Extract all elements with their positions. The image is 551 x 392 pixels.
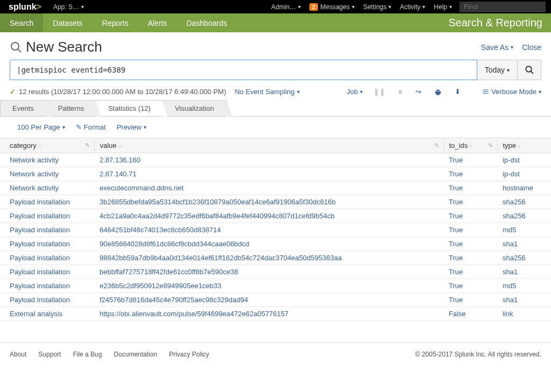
pencil-icon[interactable]: ✎: [488, 142, 493, 149]
cell-value[interactable]: 6464251bf46c74013ec8cb650d838714: [94, 223, 443, 237]
print-icon[interactable]: [432, 88, 444, 96]
search-button[interactable]: [518, 60, 541, 80]
cell-to_ids[interactable]: True: [443, 279, 497, 293]
cell-type[interactable]: ip-dst: [497, 167, 551, 181]
per-page-menu[interactable]: 100 Per Page▾: [17, 123, 65, 131]
close-button[interactable]: Close: [522, 43, 541, 52]
activity-menu[interactable]: Activity▾: [395, 3, 429, 11]
cell-type[interactable]: md5: [497, 223, 551, 237]
preview-menu[interactable]: Preview▾: [117, 123, 146, 131]
chevron-down-icon: ▾: [388, 4, 391, 10]
admin-menu[interactable]: Admin…▾: [267, 3, 305, 11]
cell-category[interactable]: Payload installation: [0, 209, 94, 223]
tab-visualization[interactable]: Visualization: [163, 100, 227, 116]
save-as-button[interactable]: Save As▾: [481, 43, 513, 52]
format-menu[interactable]: ✎Format: [76, 123, 106, 131]
footer-file-a-bug[interactable]: File a Bug: [73, 351, 102, 358]
cell-type[interactable]: sha1: [497, 293, 551, 307]
sort-icon: ◇: [118, 144, 122, 149]
pencil-icon[interactable]: ✎: [85, 142, 90, 149]
footer-documentation[interactable]: Documentation: [114, 351, 157, 358]
col-category[interactable]: category◇✎: [0, 138, 94, 153]
cell-type[interactable]: ip-dst: [497, 153, 551, 167]
sampling-label: No Event Sampling: [235, 88, 294, 96]
col-type[interactable]: type◇: [497, 138, 551, 153]
splunk-logo[interactable]: splunk>: [0, 2, 47, 12]
cell-type[interactable]: sha1: [497, 265, 551, 279]
messages-menu[interactable]: 2Messages▾: [305, 3, 359, 11]
cell-to_ids[interactable]: True: [443, 167, 497, 181]
cell-type[interactable]: sha256: [497, 209, 551, 223]
cell-value[interactable]: https://otx.alienvault.com/pulse/59f4699…: [94, 307, 443, 320]
footer-support[interactable]: Support: [38, 351, 61, 358]
col-to-ids[interactable]: to_ids◇✎: [443, 138, 497, 153]
share-icon[interactable]: ↪: [413, 88, 423, 96]
search-mode-menu[interactable]: Verbose Mode▾: [482, 88, 541, 96]
download-icon[interactable]: ⬇: [453, 88, 463, 96]
cell-category[interactable]: Network activity: [0, 181, 94, 195]
pencil-icon[interactable]: ✎: [434, 142, 439, 149]
cell-type[interactable]: link: [497, 307, 551, 320]
cell-value[interactable]: f24576b7d816da45c4e790ff25aec98c329dad94: [94, 293, 443, 307]
list-icon: [482, 88, 489, 95]
cell-category[interactable]: Network activity: [0, 153, 94, 167]
cell-value[interactable]: executecommand.ddns.net: [94, 181, 443, 195]
cell-category[interactable]: External analysis: [0, 307, 94, 320]
nav-search[interactable]: Search: [0, 13, 43, 32]
find-input[interactable]: [460, 2, 546, 12]
job-menu[interactable]: Job▾: [347, 88, 363, 96]
cell-category[interactable]: Payload installation: [0, 293, 94, 307]
cell-to_ids[interactable]: True: [443, 293, 497, 307]
cell-to_ids[interactable]: True: [443, 209, 497, 223]
col-value[interactable]: value◇✎: [94, 138, 443, 153]
cell-type[interactable]: md5: [497, 279, 551, 293]
cell-to_ids[interactable]: True: [443, 195, 497, 209]
cell-value[interactable]: e236b5c2df950912e8949905ee1ceb33: [94, 279, 443, 293]
cell-value[interactable]: 2.87.136.160: [94, 153, 443, 167]
cell-value[interactable]: 3b26855dbefda95a5314bcf1b236f10879a050ea…: [94, 195, 443, 209]
col-label: type: [503, 141, 517, 149]
cell-category[interactable]: Network activity: [0, 167, 94, 181]
cell-value[interactable]: 98842bb59a7db9b4aa0d134e014ef61ff162db54…: [94, 251, 443, 265]
chevron-down-icon: ▾: [360, 89, 363, 95]
nav-dashboards[interactable]: Dashboards: [176, 13, 237, 32]
cell-value[interactable]: 4cb21a9a0c4aa2d4d9772c35edf6baf84afb9e4f…: [94, 209, 443, 223]
cell-category[interactable]: Payload installation: [0, 237, 94, 251]
cell-category[interactable]: Payload installation: [0, 195, 94, 209]
footer-about[interactable]: About: [10, 351, 26, 358]
cell-to_ids[interactable]: True: [443, 265, 497, 279]
nav-alerts[interactable]: Alerts: [138, 13, 177, 32]
tab-patterns[interactable]: Patterns: [46, 100, 96, 116]
cell-to_ids[interactable]: True: [443, 237, 497, 251]
cell-to_ids[interactable]: True: [443, 153, 497, 167]
cell-to_ids[interactable]: True: [443, 251, 497, 265]
nav-reports[interactable]: Reports: [93, 13, 138, 32]
nav-datasets[interactable]: Datasets: [43, 13, 92, 32]
tab-events[interactable]: Events: [0, 100, 46, 116]
cell-to_ids[interactable]: True: [443, 223, 497, 237]
cell-type[interactable]: hostname: [497, 181, 551, 195]
settings-menu[interactable]: Settings▾: [359, 3, 395, 11]
cell-type[interactable]: sha1: [497, 237, 551, 251]
cell-value[interactable]: 90e85664028d8f61dc86cf8cbdd344caae06bdcd: [94, 237, 443, 251]
chevron-down-icon: ▾: [507, 67, 510, 73]
table-row: External analysishttps://otx.alienvault.…: [0, 307, 551, 320]
tab-statistics[interactable]: Statistics (12): [96, 100, 163, 116]
app-menu[interactable]: App: S…▾: [47, 3, 90, 11]
cell-value[interactable]: bebbffaf7275718ff42fde61cc0ff8b7e590ce38: [94, 265, 443, 279]
cell-category[interactable]: Payload installation: [0, 251, 94, 265]
search-input[interactable]: [10, 60, 477, 80]
footer-privacy[interactable]: Privacy Policy: [169, 351, 209, 358]
event-sampling-menu[interactable]: No Event Sampling▾: [235, 88, 299, 96]
cell-to_ids[interactable]: True: [443, 181, 497, 195]
check-icon: ✓: [10, 88, 16, 96]
cell-category[interactable]: Payload installation: [0, 265, 94, 279]
cell-type[interactable]: sha256: [497, 195, 551, 209]
cell-category[interactable]: Payload installation: [0, 279, 94, 293]
cell-type[interactable]: sha256: [497, 251, 551, 265]
help-menu[interactable]: Help▾: [429, 3, 456, 11]
cell-category[interactable]: Payload installation: [0, 223, 94, 237]
cell-to_ids[interactable]: False: [443, 307, 497, 320]
time-range-picker[interactable]: Today▾: [477, 60, 518, 80]
cell-value[interactable]: 2.87.140.71: [94, 167, 443, 181]
